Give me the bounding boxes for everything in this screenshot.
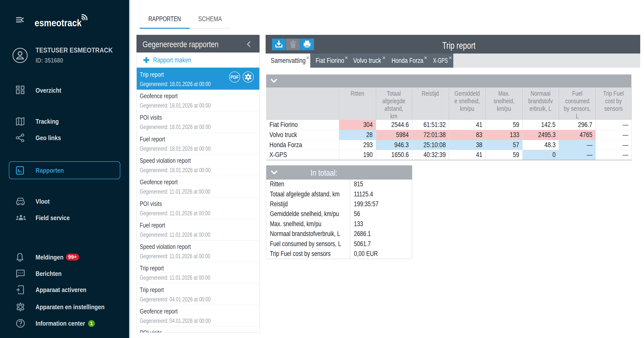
svg-text:PDF: PDF (231, 74, 239, 80)
